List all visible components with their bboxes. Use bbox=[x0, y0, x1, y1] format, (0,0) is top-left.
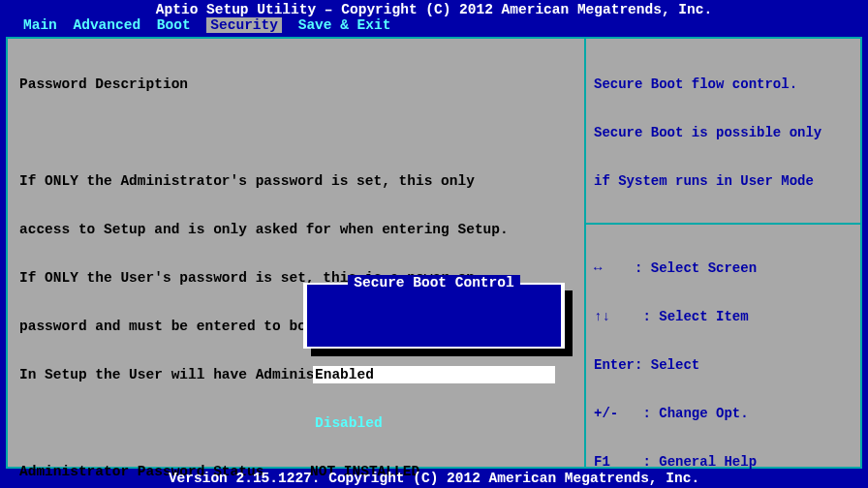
app-title: Aptio Setup Utility – Copyright (C) 2012… bbox=[156, 2, 712, 17]
menu-save-exit[interactable]: Save & Exit bbox=[298, 17, 391, 33]
right-divider bbox=[586, 223, 860, 225]
footer: Version 2.15.1227. Copyright (C) 2012 Am… bbox=[0, 471, 868, 486]
help-text-line: if System runs in User Mode bbox=[594, 172, 852, 190]
main-area: Password Description If ONLY the Adminis… bbox=[6, 37, 862, 469]
menu-advanced[interactable]: Advanced bbox=[74, 17, 141, 33]
menu-main[interactable]: Main bbox=[23, 17, 57, 33]
popup-option-enabled[interactable]: Enabled bbox=[313, 366, 555, 383]
menu-security[interactable]: Security bbox=[206, 17, 282, 33]
version-text: Version 2.15.1227. Copyright (C) 2012 Am… bbox=[169, 471, 699, 486]
right-panel: Secure Boot flow control. Secure Boot is… bbox=[584, 39, 860, 467]
title-bar: Aptio Setup Utility – Copyright (C) 2012… bbox=[0, 0, 868, 17]
menu-boot[interactable]: Boot bbox=[157, 17, 191, 33]
popup-title: Secure Boot Control bbox=[307, 275, 561, 290]
left-panel: Password Description If ONLY the Adminis… bbox=[8, 39, 584, 467]
desc-line: access to Setup and is only asked for wh… bbox=[19, 221, 573, 238]
help-text-line: Secure Boot is possible only bbox=[594, 124, 852, 141]
keymap: ↔ : Select Screen ↑↓ : Select Item Enter… bbox=[594, 229, 852, 488]
popup-option-disabled[interactable]: Disabled bbox=[313, 414, 555, 432]
secure-boot-control-popup: Secure Boot Control Enabled Disabled bbox=[303, 283, 565, 349]
desc-line: If ONLY the Administrator's password is … bbox=[19, 172, 573, 190]
menu-bar: Main Advanced Boot Security Save & Exit bbox=[0, 17, 868, 35]
help-text-line: Secure Boot flow control. bbox=[594, 76, 852, 93]
password-description-heading: Password Description bbox=[19, 76, 573, 93]
